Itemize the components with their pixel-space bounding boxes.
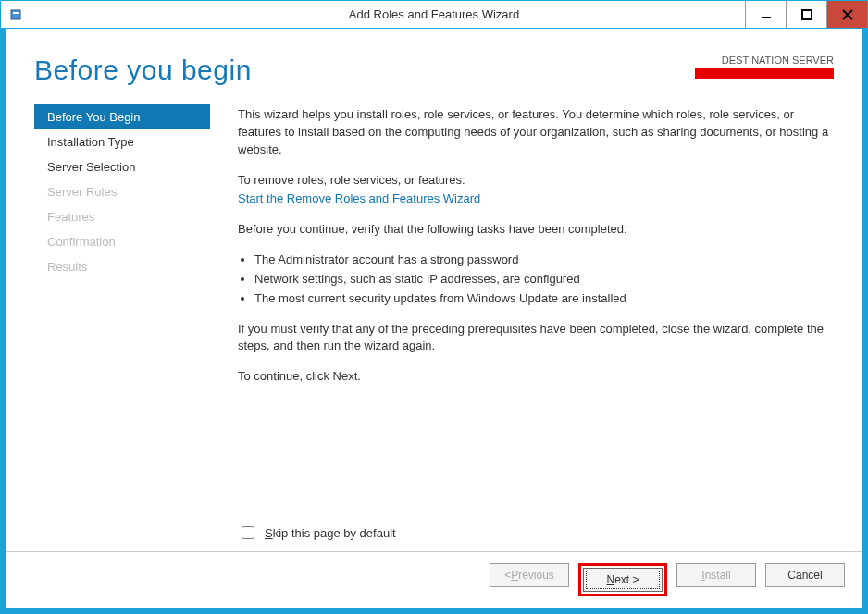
remove-wizard-link[interactable]: Start the Remove Roles and Features Wiza…: [238, 191, 480, 205]
svg-rect-3: [802, 10, 812, 19]
intro-text: This wizard helps you install roles, rol…: [238, 106, 834, 159]
window-controls: [745, 1, 867, 28]
nav-server-roles: Server Roles: [34, 179, 210, 204]
prereq-list: The Administrator account has a strong p…: [238, 252, 834, 308]
maximize-button[interactable]: [786, 1, 826, 28]
skip-label: Skip this page by default: [265, 526, 396, 540]
content: This wizard helps you install roles, rol…: [210, 95, 834, 523]
footer: < Previous Next > Install Cancel: [6, 551, 862, 608]
nav-features: Features: [34, 204, 210, 229]
previous-button: < Previous: [490, 563, 569, 587]
install-button: Install: [676, 563, 756, 587]
skip-checkbox[interactable]: [242, 526, 254, 539]
nav-server-selection[interactable]: Server Selection: [34, 154, 210, 179]
nav-before-you-begin[interactable]: Before You Begin: [34, 104, 210, 129]
to-continue-text: To continue, click Next.: [238, 368, 834, 386]
prereq-item: The Administrator account has a strong p…: [254, 252, 834, 269]
destination-server: DESTINATION SERVER: [695, 55, 834, 79]
sidebar: Before You Begin Installation Type Serve…: [34, 95, 210, 523]
window-body: Before you begin DESTINATION SERVER Befo…: [1, 29, 867, 613]
page-heading: Before you begin: [34, 55, 252, 86]
destination-server-name-redacted: [695, 68, 834, 79]
svg-rect-2: [762, 17, 771, 18]
nav-results: Results: [34, 254, 210, 279]
window-title: Add Roles and Features Wizard: [1, 7, 867, 21]
nav-confirmation: Confirmation: [34, 229, 210, 254]
svg-rect-1: [13, 12, 19, 14]
minimize-button[interactable]: [745, 1, 786, 28]
header: Before you begin DESTINATION SERVER: [6, 29, 862, 95]
prereq-item: The most current security updates from W…: [254, 290, 834, 308]
if-you-must-text: If you must verify that any of the prece…: [238, 321, 834, 356]
cancel-button[interactable]: Cancel: [765, 563, 845, 587]
prereq-item: Network settings, such as static IP addr…: [254, 271, 834, 289]
nav-installation-type[interactable]: Installation Type: [34, 129, 210, 154]
svg-rect-0: [11, 10, 20, 19]
close-button[interactable]: [826, 1, 867, 28]
verify-lead: Before you continue, verify that the fol…: [238, 221, 834, 239]
app-icon: [8, 7, 23, 22]
wizard-window: Add Roles and Features Wizard Before you…: [0, 0, 868, 614]
skip-row: Skip this page by default: [6, 523, 862, 551]
remove-lead: To remove roles, role services, or featu…: [238, 172, 834, 190]
next-button-highlight: Next >: [578, 563, 667, 596]
titlebar: Add Roles and Features Wizard: [1, 1, 867, 29]
body: Before You Begin Installation Type Serve…: [6, 95, 862, 523]
next-button[interactable]: Next >: [583, 568, 663, 592]
destination-server-label: DESTINATION SERVER: [695, 55, 834, 66]
